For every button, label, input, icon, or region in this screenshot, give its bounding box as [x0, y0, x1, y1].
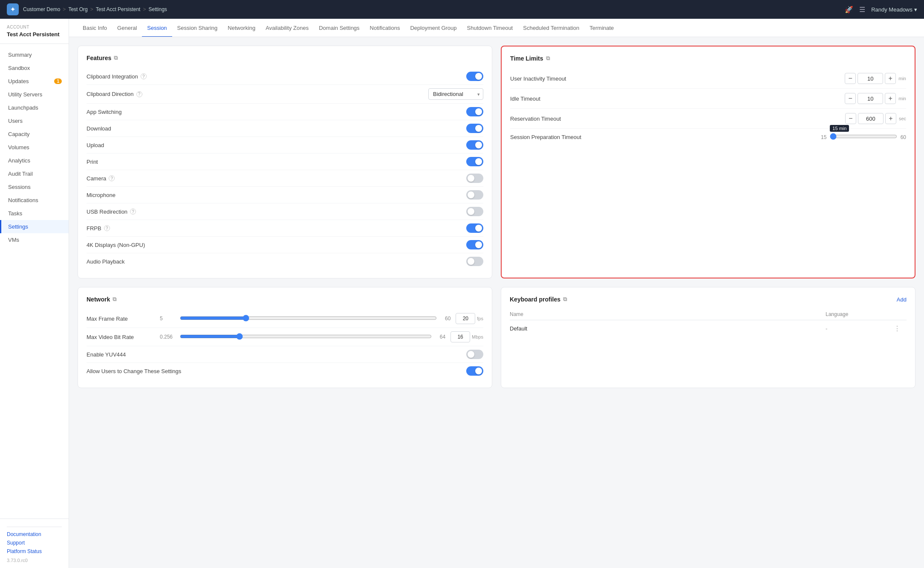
app-body: Account Test Acct Persistent SummarySand…	[0, 19, 924, 568]
tab-general[interactable]: General	[112, 19, 142, 37]
minus-button-idle-timeout[interactable]: −	[845, 93, 856, 104]
time-limits-copy-icon[interactable]: ⧉	[546, 55, 550, 62]
sidebar-item-utility-servers[interactable]: Utility Servers	[0, 88, 69, 101]
tab-deployment-group[interactable]: Deployment Group	[405, 19, 462, 37]
support-link[interactable]: Support	[7, 540, 62, 546]
sidebar-item-label-summary: Summary	[8, 52, 32, 58]
sidebar-item-label-sandbox: Sandbox	[8, 65, 30, 71]
network-slider-input-max-frame-rate[interactable]	[180, 315, 437, 322]
plus-button-user-inactivity-timeout[interactable]: +	[885, 73, 896, 84]
breadcrumb-item-2[interactable]: Test Acct Persistent	[96, 6, 141, 12]
network-title: Network ⧉	[87, 296, 483, 303]
sidebar-item-updates[interactable]: Updates1	[0, 75, 69, 88]
kp-table-header: Name Language	[510, 309, 907, 320]
network-val-input-max-frame-rate[interactable]	[456, 313, 475, 324]
platform-status-link[interactable]: Platform Status	[7, 548, 62, 554]
sidebar-item-vms[interactable]: VMs	[0, 233, 69, 246]
feature-row-microphone: Microphone	[87, 187, 483, 203]
feature-row-frpb: FRPB?	[87, 220, 483, 237]
list-icon[interactable]: ☰	[859, 6, 865, 14]
breadcrumb-item-1[interactable]: Test Org	[68, 6, 87, 12]
sidebar-item-volumes[interactable]: Volumes	[0, 141, 69, 154]
toggle-camera[interactable]	[466, 174, 483, 183]
toggle-app-switching[interactable]	[466, 107, 483, 116]
sidebar-item-label-capacity: Capacity	[8, 131, 30, 137]
tab-scheduled-termination[interactable]: Scheduled Termination	[518, 19, 584, 37]
toggle-microphone[interactable]	[466, 190, 483, 200]
sidebar-item-audit-trail[interactable]: Audit Trail	[0, 167, 69, 180]
plus-button-reservation-timeout[interactable]: +	[885, 113, 896, 124]
sidebar-item-notifications[interactable]: Notifications	[0, 194, 69, 207]
tab-basic-info[interactable]: Basic Info	[78, 19, 112, 37]
network-label-max-frame-rate: Max Frame Rate	[87, 316, 155, 322]
network-copy-icon[interactable]: ⧉	[113, 296, 116, 303]
feature-label-frpb: FRPB?	[87, 225, 110, 232]
select-clipboard-direction[interactable]: BidirectionalUpload OnlyDownload Only	[428, 88, 483, 100]
kp-copy-icon[interactable]: ⧉	[563, 296, 567, 303]
kp-add-button[interactable]: Add	[897, 296, 907, 303]
features-copy-icon[interactable]: ⧉	[114, 55, 118, 61]
tab-networking[interactable]: Networking	[222, 19, 260, 37]
tab-notifications[interactable]: Notifications	[365, 19, 405, 37]
network-slider-input-max-video-bit-rate[interactable]	[180, 333, 432, 340]
help-icon-clipboard-integration[interactable]: ?	[141, 73, 147, 79]
network-val-input-max-video-bit-rate[interactable]	[450, 331, 470, 342]
toggle-download[interactable]	[466, 124, 483, 133]
toggle-frpb[interactable]	[466, 223, 483, 233]
tab-shutdown-timeout[interactable]: Shutdown Timeout	[462, 19, 518, 37]
toggle-print[interactable]	[466, 157, 483, 166]
tab-domain-settings[interactable]: Domain Settings	[314, 19, 364, 37]
toggle-audio-playback[interactable]	[466, 257, 483, 266]
unit-label-user-inactivity-timeout: min	[898, 76, 906, 81]
sidebar-divider	[0, 43, 69, 44]
help-icon-frpb[interactable]: ?	[104, 225, 110, 231]
toggle-usb-redirection[interactable]	[466, 207, 483, 216]
time-limits-title: Time Limits ⧉	[510, 55, 906, 62]
tab-availability-zones[interactable]: Availability Zones	[260, 19, 314, 37]
version-label: 3.73.0.rc0	[7, 558, 62, 563]
feature-row-upload: Upload	[87, 137, 483, 154]
minus-button-user-inactivity-timeout[interactable]: −	[845, 73, 856, 84]
sidebar-item-sandbox[interactable]: Sandbox	[0, 61, 69, 75]
toggle-net-enable-yuv444[interactable]	[466, 350, 483, 359]
num-input-reservation-timeout[interactable]	[858, 113, 884, 124]
sidebar-item-analytics[interactable]: Analytics	[0, 154, 69, 167]
num-input-user-inactivity-timeout[interactable]	[858, 73, 883, 84]
sidebar-item-users[interactable]: Users	[0, 114, 69, 128]
toggle-upload[interactable]	[466, 140, 483, 150]
user-name: Randy Meadows	[871, 6, 912, 13]
tab-session[interactable]: Session	[142, 19, 172, 37]
slider-input-session-preparation-timeout[interactable]	[830, 133, 897, 140]
sidebar-item-capacity[interactable]: Capacity	[0, 128, 69, 141]
sidebar-item-sessions[interactable]: Sessions	[0, 180, 69, 194]
toggle-clipboard-integration[interactable]	[466, 72, 483, 81]
tab-terminate[interactable]: Terminate	[584, 19, 619, 37]
plus-button-idle-timeout[interactable]: +	[885, 93, 896, 104]
help-icon-clipboard-direction[interactable]: ?	[136, 91, 142, 97]
help-icon-usb-redirection[interactable]: ?	[130, 209, 136, 214]
tab-session-sharing[interactable]: Session Sharing	[172, 19, 223, 37]
account-name: Test Acct Persistent	[7, 31, 62, 38]
help-icon-camera[interactable]: ?	[109, 175, 115, 181]
documentation-link[interactable]: Documentation	[7, 531, 62, 537]
kp-menu-button-default[interactable]: ⋮	[894, 325, 907, 333]
page-content: Features ⧉ Clipboard Integration?Clipboa…	[69, 37, 924, 568]
breadcrumb-item-0[interactable]: Customer Demo	[23, 6, 60, 12]
toggle-4k-displays[interactable]	[466, 240, 483, 249]
sidebar-item-label-utility-servers: Utility Servers	[8, 91, 42, 98]
sidebar-item-launchpads[interactable]: Launchpads	[0, 101, 69, 114]
time-limit-label-user-inactivity-timeout: User Inactivity Timeout	[510, 75, 566, 82]
breadcrumb-item-3[interactable]: Settings	[148, 6, 167, 12]
sidebar-item-settings[interactable]: Settings	[0, 220, 69, 233]
user-menu[interactable]: Randy Meadows ▾	[871, 6, 917, 13]
sidebar-item-summary[interactable]: Summary	[0, 48, 69, 61]
toggle-net-allow-users-change[interactable]	[466, 366, 483, 376]
breadcrumb-sep-1: >	[90, 6, 93, 12]
num-input-idle-timeout[interactable]	[858, 93, 883, 104]
feature-row-print: Print	[87, 154, 483, 170]
sidebar-item-tasks[interactable]: Tasks	[0, 207, 69, 220]
rocket-icon[interactable]: 🚀	[845, 6, 853, 14]
minus-button-reservation-timeout[interactable]: −	[845, 113, 856, 124]
feature-label-clipboard-integration: Clipboard Integration?	[87, 73, 147, 80]
feature-label-camera: Camera?	[87, 175, 115, 182]
